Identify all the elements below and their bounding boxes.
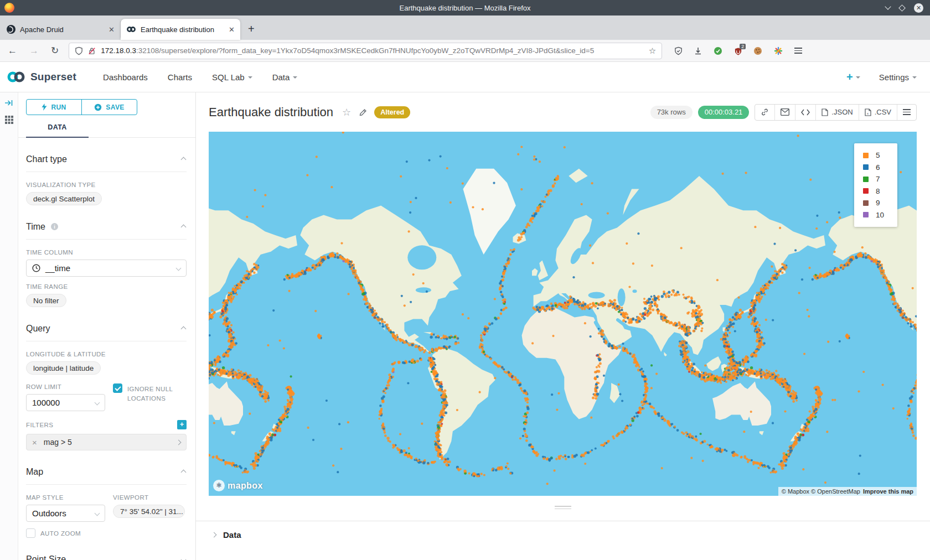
nav-sql-lab[interactable]: SQL Lab (212, 72, 252, 82)
settings-menu[interactable]: Settings (879, 72, 917, 82)
row-limit-select[interactable]: 100000 (26, 394, 105, 411)
row-count-badge: 73k rows (650, 106, 693, 119)
mapbox-logo[interactable]: ✱ mapbox (213, 480, 263, 491)
embed-code-button[interactable] (795, 105, 816, 120)
mapbox-wordmark: mapbox (228, 481, 263, 491)
nav-data[interactable]: Data (272, 72, 298, 82)
window-minimize-icon[interactable] (885, 3, 891, 9)
map-canvas[interactable] (209, 132, 917, 496)
improve-map-link[interactable]: Improve this map (863, 488, 913, 495)
add-filter-button[interactable]: + (177, 420, 187, 429)
section-chart-type[interactable]: Chart type (26, 138, 187, 172)
cookie-extension-icon[interactable] (753, 46, 762, 55)
remove-filter-icon[interactable]: × (32, 438, 37, 447)
legend-label: 5 (876, 151, 880, 159)
save-button[interactable]: SAVE (82, 100, 137, 115)
insecure-lock-icon[interactable] (88, 46, 96, 55)
chevron-up-icon (181, 224, 187, 230)
chevron-right-icon (176, 439, 182, 445)
time-range-value[interactable]: No filter (26, 294, 66, 307)
filter-expression: mag > 5 (44, 438, 72, 447)
dataset-grid-icon[interactable] (5, 116, 13, 124)
collapse-strip (0, 92, 18, 560)
ublock-icon[interactable]: 2 (734, 47, 742, 55)
downloads-icon[interactable] (694, 47, 702, 55)
superset-logo[interactable]: Superset (6, 70, 76, 84)
viz-type-label: VISUALIZATION TYPE (26, 182, 187, 188)
export-csv-button[interactable]: x .CSV (859, 105, 897, 120)
lonlat-value[interactable]: longitude | latitude (26, 361, 101, 375)
reload-button[interactable]: ↻ (51, 45, 59, 56)
legend-label: 8 (876, 187, 880, 195)
browser-menu-icon[interactable] (794, 48, 802, 54)
expand-panel-icon[interactable] (4, 99, 13, 107)
auto-zoom-checkbox[interactable] (26, 528, 35, 538)
section-time[interactable]: Time i (26, 205, 187, 240)
nav-dashboards[interactable]: Dashboards (103, 72, 148, 82)
ignore-null-checkbox[interactable] (113, 383, 122, 393)
back-button[interactable]: ← (8, 45, 17, 56)
copy-link-button[interactable] (755, 105, 775, 120)
chevron-up-icon (181, 469, 187, 475)
edit-properties-icon[interactable] (359, 108, 368, 117)
filter-chip[interactable]: × mag > 5 (26, 434, 187, 450)
menu-icon (903, 109, 911, 115)
viewport-label: VIEWPORT (113, 494, 187, 501)
tab-apache-druid[interactable]: Apache Druid ✕ (1, 21, 121, 38)
tab-data[interactable]: DATA (26, 123, 89, 138)
viewport-value[interactable]: 7° 35' 54.02" | 31... (113, 505, 185, 518)
new-tab-button[interactable]: + (248, 23, 255, 35)
export-button-group: .JSON x .CSV (755, 104, 917, 121)
window-maximize-icon[interactable] (898, 4, 906, 12)
viz-type-value[interactable]: deck.gl Scatterplot (26, 192, 102, 205)
add-new-button[interactable]: + (846, 71, 860, 84)
legend-item: 7 (863, 174, 897, 184)
section-map[interactable]: Map (26, 450, 187, 485)
window-close-icon[interactable]: ✕ (914, 3, 923, 13)
nav-charts[interactable]: Charts (168, 72, 192, 82)
tab-close-icon[interactable]: ✕ (229, 25, 235, 34)
browser-toolbar: ← → ↻ 172.18.0.3:32108/superset/explore/… (0, 40, 930, 62)
bolt-icon (42, 103, 47, 111)
map-container[interactable]: 5678910 ✱ mapbox © Mapbox © OpenStreetMa… (209, 132, 917, 496)
legend-item: 5 (863, 151, 897, 160)
map-legend: 5678910 (854, 143, 897, 227)
legend-swatch (863, 153, 869, 158)
chevron-up-icon (181, 157, 187, 162)
attribution-text[interactable]: © Mapbox © OpenStreetMap (782, 488, 860, 495)
time-column-select[interactable]: __time (26, 260, 187, 277)
run-button[interactable]: RUN (27, 100, 82, 115)
permissions-shield-icon[interactable] (75, 46, 83, 55)
chart-menu-button[interactable] (897, 105, 916, 120)
auto-zoom-row[interactable]: AUTO ZOOM (26, 528, 187, 538)
legend-swatch (863, 164, 869, 170)
data-collapse-row[interactable]: Data (212, 530, 930, 540)
url-path: :32108/superset/explore/?form_data_key=1… (136, 46, 594, 55)
altered-badge[interactable]: Altered (374, 106, 410, 118)
section-query[interactable]: Query (26, 307, 187, 341)
map-style-select[interactable]: Outdoors (26, 505, 105, 522)
chevron-down-icon (856, 76, 860, 79)
time-column-label: TIME COLUMN (26, 249, 187, 256)
filters-label: FILTERS (26, 422, 53, 428)
resize-handle[interactable] (555, 506, 571, 509)
favorite-star-icon[interactable]: ☆ (342, 106, 351, 118)
tab-close-icon[interactable]: ✕ (108, 25, 115, 34)
extension-green-icon[interactable] (714, 46, 722, 55)
chevron-down-icon (95, 400, 100, 406)
url-field[interactable]: 172.18.0.3:32108/superset/explore/?form_… (69, 43, 662, 59)
tab-earthquake-distribution[interactable]: Earthquake distribution ✕ (121, 19, 240, 40)
pinwheel-extension-icon[interactable] (774, 46, 783, 55)
protections-icon[interactable] (674, 46, 683, 55)
url-text[interactable]: 172.18.0.3:32108/superset/explore/?form_… (101, 46, 644, 55)
email-button[interactable] (775, 105, 795, 120)
chevron-up-icon (181, 326, 187, 331)
bookmark-star-icon[interactable]: ☆ (649, 46, 656, 56)
chevron-down-icon (181, 557, 187, 560)
ignore-null-row[interactable]: IGNORE NULL LOCATIONS (113, 383, 187, 403)
window-titlebar: Earthquake distribution — Mozilla Firefo… (0, 0, 930, 15)
export-json-button[interactable]: .JSON (816, 105, 859, 120)
section-point-size[interactable]: Point Size (26, 538, 187, 560)
chevron-down-icon (912, 76, 917, 79)
forward-button[interactable]: → (29, 45, 39, 56)
